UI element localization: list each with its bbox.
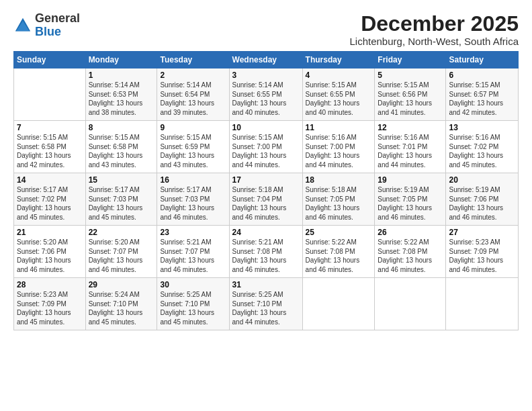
month-title: December 2025 <box>349 12 519 36</box>
day-number: 6 <box>449 71 515 80</box>
day-info: Sunrise: 5:23 AM Sunset: 7:09 PM Dayligh… <box>449 238 515 274</box>
day-number: 14 <box>17 175 83 185</box>
day-number: 21 <box>17 228 83 237</box>
day-info: Sunrise: 5:14 AM Sunset: 6:54 PM Dayligh… <box>160 81 226 117</box>
calendar-cell <box>14 68 86 121</box>
day-info: Sunrise: 5:17 AM Sunset: 7:03 PM Dayligh… <box>89 185 154 222</box>
day-info: Sunrise: 5:21 AM Sunset: 7:08 PM Dayligh… <box>232 238 300 274</box>
day-info: Sunrise: 5:15 AM Sunset: 7:00 PM Dayligh… <box>232 133 300 169</box>
logo-icon <box>13 16 32 35</box>
calendar-cell: 22Sunrise: 5:20 AM Sunset: 7:07 PM Dayli… <box>85 226 157 278</box>
day-info: Sunrise: 5:20 AM Sunset: 7:07 PM Dayligh… <box>89 238 154 274</box>
day-info: Sunrise: 5:15 AM Sunset: 6:56 PM Dayligh… <box>378 81 443 117</box>
day-number: 8 <box>89 123 154 132</box>
calendar-cell: 31Sunrise: 5:25 AM Sunset: 7:10 PM Dayli… <box>229 278 302 330</box>
day-info: Sunrise: 5:22 AM Sunset: 7:08 PM Dayligh… <box>306 238 372 274</box>
day-number: 2 <box>160 71 226 80</box>
day-number: 3 <box>232 71 300 80</box>
calendar-cell: 28Sunrise: 5:23 AM Sunset: 7:09 PM Dayli… <box>14 278 86 330</box>
day-info: Sunrise: 5:25 AM Sunset: 7:10 PM Dayligh… <box>232 290 300 326</box>
day-number: 23 <box>160 228 226 237</box>
day-number: 7 <box>17 123 83 132</box>
calendar-cell: 9Sunrise: 5:15 AM Sunset: 6:59 PM Daylig… <box>157 121 229 173</box>
logo: General Blue <box>13 12 80 39</box>
svg-marker-1 <box>16 21 30 31</box>
weekday-header-tuesday: Tuesday <box>157 52 229 68</box>
day-info: Sunrise: 5:18 AM Sunset: 7:04 PM Dayligh… <box>232 185 300 222</box>
calendar-cell: 18Sunrise: 5:18 AM Sunset: 7:05 PM Dayli… <box>302 173 375 226</box>
day-number: 25 <box>306 228 372 237</box>
day-number: 11 <box>306 123 372 132</box>
day-number: 1 <box>89 71 154 80</box>
day-info: Sunrise: 5:21 AM Sunset: 7:07 PM Dayligh… <box>160 238 226 274</box>
day-info: Sunrise: 5:14 AM Sunset: 6:53 PM Dayligh… <box>89 81 154 117</box>
day-number: 28 <box>17 280 83 289</box>
day-info: Sunrise: 5:16 AM Sunset: 7:01 PM Dayligh… <box>378 133 443 169</box>
day-number: 31 <box>232 280 300 289</box>
weekday-header-sunday: Sunday <box>14 52 86 68</box>
page: General Blue December 2025 Lichtenburg, … <box>0 0 532 411</box>
day-number: 18 <box>306 175 372 185</box>
weekday-header-monday: Monday <box>85 52 157 68</box>
calendar-week-2: 14Sunrise: 5:17 AM Sunset: 7:02 PM Dayli… <box>14 173 519 226</box>
calendar-week-1: 7Sunrise: 5:15 AM Sunset: 6:58 PM Daylig… <box>14 121 519 173</box>
calendar-cell: 29Sunrise: 5:24 AM Sunset: 7:10 PM Dayli… <box>85 278 157 330</box>
calendar-cell <box>446 278 519 330</box>
day-info: Sunrise: 5:15 AM Sunset: 6:55 PM Dayligh… <box>306 81 372 117</box>
title-block: December 2025 Lichtenburg, North-West, S… <box>349 12 519 47</box>
day-number: 15 <box>89 175 154 185</box>
day-number: 29 <box>89 280 154 289</box>
calendar-cell: 12Sunrise: 5:16 AM Sunset: 7:01 PM Dayli… <box>375 121 446 173</box>
calendar-cell: 20Sunrise: 5:19 AM Sunset: 7:06 PM Dayli… <box>446 173 519 226</box>
day-number: 30 <box>160 280 226 289</box>
day-number: 9 <box>160 123 226 132</box>
weekday-header-row: SundayMondayTuesdayWednesdayThursdayFrid… <box>14 52 519 68</box>
day-number: 24 <box>232 228 300 237</box>
calendar-cell <box>302 278 375 330</box>
day-number: 5 <box>378 71 443 80</box>
day-info: Sunrise: 5:18 AM Sunset: 7:05 PM Dayligh… <box>306 185 372 222</box>
day-number: 22 <box>89 228 154 237</box>
location: Lichtenburg, North-West, South Africa <box>349 36 519 47</box>
day-info: Sunrise: 5:15 AM Sunset: 6:58 PM Dayligh… <box>17 133 83 169</box>
weekday-header-thursday: Thursday <box>302 52 375 68</box>
day-number: 12 <box>378 123 443 132</box>
calendar-cell: 1Sunrise: 5:14 AM Sunset: 6:53 PM Daylig… <box>85 68 157 121</box>
calendar-cell: 5Sunrise: 5:15 AM Sunset: 6:56 PM Daylig… <box>375 68 446 121</box>
calendar-cell: 23Sunrise: 5:21 AM Sunset: 7:07 PM Dayli… <box>157 226 229 278</box>
header: General Blue December 2025 Lichtenburg, … <box>13 12 519 47</box>
calendar-cell: 14Sunrise: 5:17 AM Sunset: 7:02 PM Dayli… <box>14 173 86 226</box>
calendar-week-3: 21Sunrise: 5:20 AM Sunset: 7:06 PM Dayli… <box>14 226 519 278</box>
calendar-cell <box>375 278 446 330</box>
day-info: Sunrise: 5:24 AM Sunset: 7:10 PM Dayligh… <box>89 290 154 326</box>
calendar-cell: 8Sunrise: 5:15 AM Sunset: 6:58 PM Daylig… <box>85 121 157 173</box>
calendar-week-4: 28Sunrise: 5:23 AM Sunset: 7:09 PM Dayli… <box>14 278 519 330</box>
day-info: Sunrise: 5:14 AM Sunset: 6:55 PM Dayligh… <box>232 81 300 117</box>
calendar-cell: 30Sunrise: 5:25 AM Sunset: 7:10 PM Dayli… <box>157 278 229 330</box>
calendar-table: SundayMondayTuesdayWednesdayThursdayFrid… <box>13 51 519 330</box>
calendar-cell: 26Sunrise: 5:22 AM Sunset: 7:08 PM Dayli… <box>375 226 446 278</box>
calendar-cell: 15Sunrise: 5:17 AM Sunset: 7:03 PM Dayli… <box>85 173 157 226</box>
calendar-cell: 11Sunrise: 5:16 AM Sunset: 7:00 PM Dayli… <box>302 121 375 173</box>
day-info: Sunrise: 5:19 AM Sunset: 7:06 PM Dayligh… <box>449 185 515 222</box>
logo-general-text: General <box>35 11 80 25</box>
day-info: Sunrise: 5:17 AM Sunset: 7:02 PM Dayligh… <box>17 185 83 222</box>
day-info: Sunrise: 5:20 AM Sunset: 7:06 PM Dayligh… <box>17 238 83 274</box>
day-number: 4 <box>306 71 372 80</box>
weekday-header-wednesday: Wednesday <box>229 52 302 68</box>
calendar-cell: 7Sunrise: 5:15 AM Sunset: 6:58 PM Daylig… <box>14 121 86 173</box>
calendar-cell: 2Sunrise: 5:14 AM Sunset: 6:54 PM Daylig… <box>157 68 229 121</box>
calendar-cell: 19Sunrise: 5:19 AM Sunset: 7:05 PM Dayli… <box>375 173 446 226</box>
calendar-cell: 27Sunrise: 5:23 AM Sunset: 7:09 PM Dayli… <box>446 226 519 278</box>
day-info: Sunrise: 5:15 AM Sunset: 6:58 PM Dayligh… <box>89 133 154 169</box>
day-number: 26 <box>378 228 443 237</box>
day-info: Sunrise: 5:17 AM Sunset: 7:03 PM Dayligh… <box>160 185 226 222</box>
calendar-cell: 4Sunrise: 5:15 AM Sunset: 6:55 PM Daylig… <box>302 68 375 121</box>
calendar-cell: 17Sunrise: 5:18 AM Sunset: 7:04 PM Dayli… <box>229 173 302 226</box>
day-number: 19 <box>378 175 443 185</box>
calendar-cell: 6Sunrise: 5:15 AM Sunset: 6:57 PM Daylig… <box>446 68 519 121</box>
day-info: Sunrise: 5:16 AM Sunset: 7:00 PM Dayligh… <box>306 133 372 169</box>
calendar-cell: 10Sunrise: 5:15 AM Sunset: 7:00 PM Dayli… <box>229 121 302 173</box>
day-info: Sunrise: 5:15 AM Sunset: 6:59 PM Dayligh… <box>160 133 226 169</box>
calendar-cell: 21Sunrise: 5:20 AM Sunset: 7:06 PM Dayli… <box>14 226 86 278</box>
